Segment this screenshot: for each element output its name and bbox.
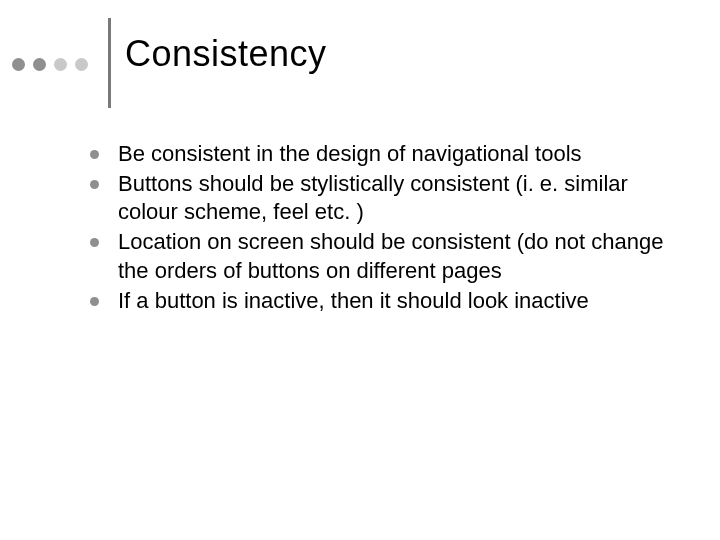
vertical-divider <box>108 18 111 108</box>
slide-body: Be consistent in the design of navigatio… <box>90 140 680 317</box>
dot-icon <box>54 58 67 71</box>
list-item: Location on screen should be consistent … <box>90 228 680 284</box>
list-item: If a button is inactive, then it should … <box>90 287 680 315</box>
bullet-list: Be consistent in the design of navigatio… <box>90 140 680 315</box>
accent-dots <box>12 58 88 71</box>
dot-icon <box>75 58 88 71</box>
list-item: Buttons should be stylistically consiste… <box>90 170 680 226</box>
slide-header: Consistency <box>10 28 700 108</box>
dot-icon <box>12 58 25 71</box>
slide: Consistency Be consistent in the design … <box>0 0 720 540</box>
slide-title: Consistency <box>125 33 327 75</box>
list-item: Be consistent in the design of navigatio… <box>90 140 680 168</box>
dot-icon <box>33 58 46 71</box>
